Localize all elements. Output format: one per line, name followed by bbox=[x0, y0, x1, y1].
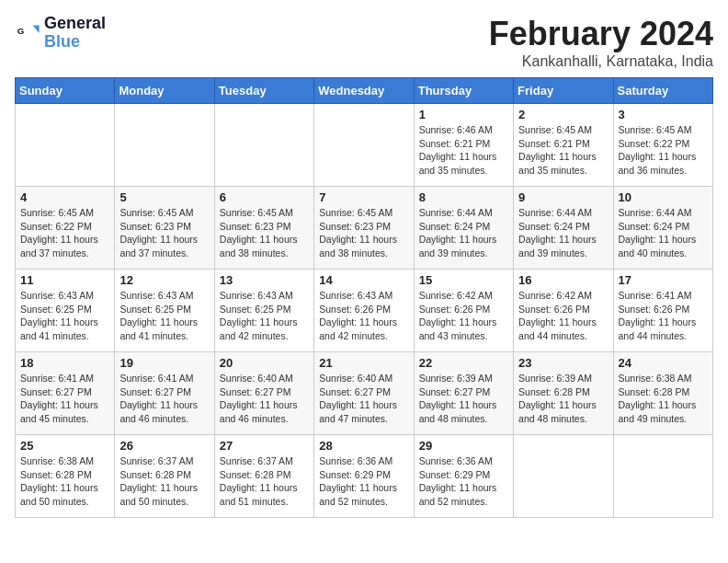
week-row-0: 1Sunrise: 6:46 AM Sunset: 6:21 PM Daylig… bbox=[16, 104, 713, 187]
week-row-1: 4Sunrise: 6:45 AM Sunset: 6:22 PM Daylig… bbox=[16, 187, 713, 270]
day-info: Sunrise: 6:42 AM Sunset: 6:26 PM Dayligh… bbox=[518, 289, 608, 343]
day-number: 21 bbox=[319, 356, 408, 370]
header-cell-thursday: Thursday bbox=[414, 78, 513, 104]
day-cell: 3Sunrise: 6:45 AM Sunset: 6:22 PM Daylig… bbox=[613, 104, 712, 187]
day-number: 26 bbox=[119, 439, 209, 453]
day-cell: 7Sunrise: 6:45 AM Sunset: 6:23 PM Daylig… bbox=[314, 187, 414, 270]
day-info: Sunrise: 6:36 AM Sunset: 6:29 PM Dayligh… bbox=[419, 454, 508, 509]
day-cell: 20Sunrise: 6:40 AM Sunset: 6:27 PM Dayli… bbox=[214, 352, 313, 435]
day-cell: 10Sunrise: 6:44 AM Sunset: 6:24 PM Dayli… bbox=[613, 187, 712, 270]
day-cell: 17Sunrise: 6:41 AM Sunset: 6:26 PM Dayli… bbox=[613, 270, 712, 352]
day-cell: 14Sunrise: 6:43 AM Sunset: 6:26 PM Dayli… bbox=[314, 270, 414, 352]
day-info: Sunrise: 6:44 AM Sunset: 6:24 PM Dayligh… bbox=[419, 206, 508, 260]
week-row-4: 25Sunrise: 6:38 AM Sunset: 6:28 PM Dayli… bbox=[16, 435, 713, 518]
header-cell-sunday: Sunday bbox=[16, 78, 115, 104]
day-info: Sunrise: 6:45 AM Sunset: 6:22 PM Dayligh… bbox=[20, 206, 109, 260]
day-info: Sunrise: 6:45 AM Sunset: 6:23 PM Dayligh… bbox=[220, 206, 309, 260]
day-info: Sunrise: 6:43 AM Sunset: 6:26 PM Dayligh… bbox=[319, 289, 408, 343]
logo-line2: Blue bbox=[44, 33, 106, 52]
day-cell: 15Sunrise: 6:42 AM Sunset: 6:26 PM Dayli… bbox=[414, 270, 513, 352]
day-number: 3 bbox=[619, 108, 708, 121]
location-title: Kankanhalli, Karnataka, India bbox=[489, 53, 713, 70]
day-number: 17 bbox=[619, 273, 708, 287]
day-number: 28 bbox=[319, 439, 408, 453]
calendar-header: SundayMondayTuesdayWednesdayThursdayFrid… bbox=[16, 78, 713, 104]
month-title: February 2024 bbox=[489, 15, 713, 53]
day-info: Sunrise: 6:37 AM Sunset: 6:28 PM Dayligh… bbox=[220, 454, 309, 509]
day-number: 1 bbox=[419, 108, 508, 121]
day-info: Sunrise: 6:44 AM Sunset: 6:24 PM Dayligh… bbox=[619, 206, 708, 260]
day-cell: 9Sunrise: 6:44 AM Sunset: 6:24 PM Daylig… bbox=[514, 187, 613, 270]
day-number: 13 bbox=[220, 273, 309, 287]
day-info: Sunrise: 6:45 AM Sunset: 6:22 PM Dayligh… bbox=[619, 123, 708, 178]
day-cell bbox=[613, 435, 712, 518]
day-cell: 25Sunrise: 6:38 AM Sunset: 6:28 PM Dayli… bbox=[16, 435, 115, 518]
day-cell: 13Sunrise: 6:43 AM Sunset: 6:25 PM Dayli… bbox=[214, 270, 313, 352]
day-number: 15 bbox=[419, 273, 508, 287]
day-cell bbox=[16, 104, 115, 187]
day-info: Sunrise: 6:36 AM Sunset: 6:29 PM Dayligh… bbox=[319, 454, 408, 509]
day-cell: 29Sunrise: 6:36 AM Sunset: 6:29 PM Dayli… bbox=[414, 435, 513, 518]
day-info: Sunrise: 6:37 AM Sunset: 6:28 PM Dayligh… bbox=[119, 454, 209, 509]
day-number: 27 bbox=[220, 439, 309, 453]
day-cell: 11Sunrise: 6:43 AM Sunset: 6:25 PM Dayli… bbox=[16, 270, 115, 352]
svg-text:G: G bbox=[17, 26, 25, 36]
day-number: 6 bbox=[220, 190, 309, 204]
logo-icon: G bbox=[15, 20, 40, 46]
day-cell: 2Sunrise: 6:45 AM Sunset: 6:21 PM Daylig… bbox=[514, 104, 613, 187]
week-row-2: 11Sunrise: 6:43 AM Sunset: 6:25 PM Dayli… bbox=[16, 270, 713, 352]
day-cell: 1Sunrise: 6:46 AM Sunset: 6:21 PM Daylig… bbox=[414, 104, 513, 187]
day-info: Sunrise: 6:43 AM Sunset: 6:25 PM Dayligh… bbox=[119, 289, 209, 343]
day-cell: 12Sunrise: 6:43 AM Sunset: 6:25 PM Dayli… bbox=[115, 270, 214, 352]
day-number: 9 bbox=[518, 190, 608, 204]
week-row-3: 18Sunrise: 6:41 AM Sunset: 6:27 PM Dayli… bbox=[16, 352, 713, 435]
day-number: 24 bbox=[619, 356, 708, 370]
day-info: Sunrise: 6:45 AM Sunset: 6:23 PM Dayligh… bbox=[119, 206, 209, 260]
day-cell: 27Sunrise: 6:37 AM Sunset: 6:28 PM Dayli… bbox=[214, 435, 313, 518]
day-info: Sunrise: 6:41 AM Sunset: 6:26 PM Dayligh… bbox=[619, 289, 708, 343]
day-info: Sunrise: 6:38 AM Sunset: 6:28 PM Dayligh… bbox=[619, 372, 708, 426]
day-number: 16 bbox=[518, 273, 608, 287]
day-number: 14 bbox=[319, 273, 408, 287]
day-number: 20 bbox=[220, 356, 309, 370]
day-cell: 26Sunrise: 6:37 AM Sunset: 6:28 PM Dayli… bbox=[115, 435, 214, 518]
title-area: February 2024 Kankanhalli, Karnataka, In… bbox=[489, 15, 713, 70]
day-number: 4 bbox=[20, 190, 109, 204]
logo-line1: General bbox=[44, 15, 106, 33]
day-cell: 22Sunrise: 6:39 AM Sunset: 6:27 PM Dayli… bbox=[414, 352, 513, 435]
day-number: 19 bbox=[119, 356, 209, 370]
day-cell bbox=[214, 104, 313, 187]
day-number: 23 bbox=[518, 356, 608, 370]
day-info: Sunrise: 6:42 AM Sunset: 6:26 PM Dayligh… bbox=[419, 289, 508, 343]
header-cell-friday: Friday bbox=[514, 78, 613, 104]
day-cell: 5Sunrise: 6:45 AM Sunset: 6:23 PM Daylig… bbox=[115, 187, 214, 270]
day-number: 7 bbox=[319, 190, 408, 204]
calendar-body: 1Sunrise: 6:46 AM Sunset: 6:21 PM Daylig… bbox=[16, 104, 713, 518]
day-info: Sunrise: 6:41 AM Sunset: 6:27 PM Dayligh… bbox=[20, 372, 109, 426]
day-cell: 18Sunrise: 6:41 AM Sunset: 6:27 PM Dayli… bbox=[16, 352, 115, 435]
day-info: Sunrise: 6:38 AM Sunset: 6:28 PM Dayligh… bbox=[20, 454, 109, 509]
day-info: Sunrise: 6:39 AM Sunset: 6:28 PM Dayligh… bbox=[518, 372, 608, 426]
day-number: 11 bbox=[20, 273, 109, 287]
day-info: Sunrise: 6:43 AM Sunset: 6:25 PM Dayligh… bbox=[20, 289, 109, 343]
day-cell: 6Sunrise: 6:45 AM Sunset: 6:23 PM Daylig… bbox=[214, 187, 313, 270]
header-row: SundayMondayTuesdayWednesdayThursdayFrid… bbox=[16, 78, 713, 104]
day-number: 8 bbox=[419, 190, 508, 204]
day-info: Sunrise: 6:43 AM Sunset: 6:25 PM Dayligh… bbox=[220, 289, 309, 343]
day-number: 5 bbox=[119, 190, 209, 204]
day-number: 18 bbox=[20, 356, 109, 370]
day-number: 12 bbox=[119, 273, 209, 287]
day-cell: 8Sunrise: 6:44 AM Sunset: 6:24 PM Daylig… bbox=[414, 187, 513, 270]
day-info: Sunrise: 6:44 AM Sunset: 6:24 PM Dayligh… bbox=[518, 206, 608, 260]
day-cell: 16Sunrise: 6:42 AM Sunset: 6:26 PM Dayli… bbox=[514, 270, 613, 352]
header-cell-wednesday: Wednesday bbox=[314, 78, 414, 104]
day-cell: 28Sunrise: 6:36 AM Sunset: 6:29 PM Dayli… bbox=[314, 435, 414, 518]
day-cell bbox=[314, 104, 414, 187]
day-info: Sunrise: 6:46 AM Sunset: 6:21 PM Dayligh… bbox=[419, 123, 508, 178]
day-cell: 4Sunrise: 6:45 AM Sunset: 6:22 PM Daylig… bbox=[16, 187, 115, 270]
header: G General Blue February 2024 Kankanhalli… bbox=[15, 15, 713, 70]
day-info: Sunrise: 6:41 AM Sunset: 6:27 PM Dayligh… bbox=[119, 372, 209, 426]
day-number: 2 bbox=[518, 108, 608, 121]
day-number: 22 bbox=[419, 356, 508, 370]
header-cell-monday: Monday bbox=[115, 78, 214, 104]
